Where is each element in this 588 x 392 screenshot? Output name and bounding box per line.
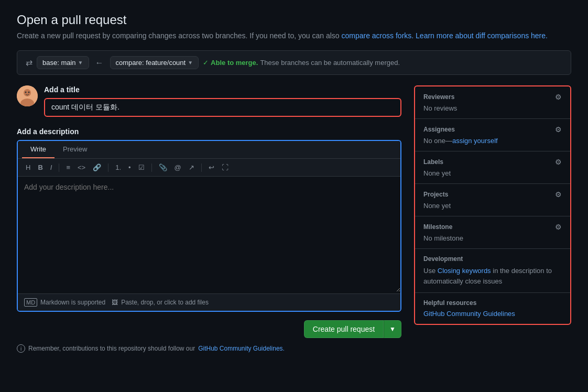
file-attach-label[interactable]: 🖼 Paste, drop, or click to add files: [112, 299, 209, 306]
swap-branches-button[interactable]: ←: [93, 58, 106, 68]
reviewers-value: No reviews: [423, 104, 562, 112]
helpful-guidelines-link[interactable]: GitHub Community Guidelines: [423, 310, 562, 318]
toolbar-mention[interactable]: @: [172, 162, 184, 173]
branch-bar: ⇄ base: main ▼ ← compare: feature/count …: [17, 50, 571, 75]
community-guidelines-link[interactable]: GitHub Community Guidelines.: [198, 345, 285, 352]
merge-status: ✓ Able to merge. These branches can be a…: [203, 59, 400, 67]
left-panel: Add a title Add a description Write Prev…: [17, 85, 401, 353]
toolbar-attach[interactable]: 📎: [156, 162, 170, 173]
projects-header: Projects ⚙: [423, 190, 562, 199]
toolbar-link[interactable]: 🔗: [90, 162, 104, 173]
toolbar-numbered-list[interactable]: 1.: [113, 162, 124, 173]
markdown-label: MD Markdown is supported: [24, 298, 105, 307]
assignees-value: No one—assign yourself: [423, 137, 562, 145]
reviewers-gear[interactable]: ⚙: [555, 93, 562, 101]
form-section: Add a title: [44, 85, 401, 117]
page-subtitle: Create a new pull request by comparing c…: [17, 31, 571, 40]
image-icon: 🖼: [112, 299, 118, 306]
assignees-section: Assignees ⚙ No one—assign yourself: [415, 119, 570, 151]
compare-branch-caret: ▼: [188, 60, 193, 66]
editor-footer: MD Markdown is supported 🖼 Paste, drop, …: [18, 293, 400, 311]
milestone-gear[interactable]: ⚙: [555, 223, 562, 231]
create-pull-request-dropdown[interactable]: ▼: [384, 320, 401, 338]
description-section: Add a description Write Preview H B I ≡ …: [17, 127, 401, 312]
toolbar-bold[interactable]: B: [35, 162, 45, 173]
toolbar-sep-4: [201, 164, 202, 172]
projects-value: None yet: [423, 202, 562, 210]
markdown-icon: MD: [24, 298, 37, 307]
projects-section: Projects ⚙ None yet: [415, 184, 570, 216]
add-desc-label: Add a description: [17, 127, 401, 136]
compare-forks-link[interactable]: compare across forks.: [341, 31, 413, 40]
base-branch-caret: ▼: [78, 60, 83, 66]
milestone-section: Milestone ⚙ No milestone: [415, 216, 570, 249]
avatar: [17, 85, 38, 106]
editor-tabs: Write Preview: [18, 141, 400, 159]
reviewers-label: Reviewers: [423, 93, 454, 101]
assignees-label: Assignees: [423, 126, 455, 133]
reviewers-header: Reviewers ⚙: [423, 93, 562, 101]
toolbar-bullet-list[interactable]: •: [126, 162, 134, 173]
milestone-value: No milestone: [423, 234, 562, 242]
diff-comparison-link[interactable]: Learn more about diff comparisons here.: [416, 31, 548, 40]
svg-point-4: [28, 92, 30, 93]
tab-preview[interactable]: Preview: [55, 141, 95, 158]
base-branch-button[interactable]: base: main ▼: [37, 56, 89, 69]
editor-toolbar: H B I ≡ <> 🔗 1. • ☑ 📎 @ ↗ ↩: [18, 159, 400, 177]
create-pull-request-button[interactable]: Create pull request: [304, 320, 384, 338]
milestone-header: Milestone ⚙: [423, 223, 562, 231]
assignees-header: Assignees ⚙: [423, 125, 562, 134]
info-icon: i: [17, 344, 25, 353]
helpful-section: Helpful resources GitHub Community Guide…: [415, 293, 570, 324]
add-title-label: Add a title: [44, 85, 401, 94]
labels-header: Labels ⚙: [423, 158, 562, 166]
labels-label: Labels: [423, 158, 443, 166]
labels-section: Labels ⚙ None yet: [415, 151, 570, 184]
page-title: Open a pull request: [17, 13, 571, 27]
editor-container: Write Preview H B I ≡ <> 🔗 1. • ☑: [17, 140, 401, 312]
toolbar-sep-2: [108, 164, 108, 172]
development-label: Development: [423, 255, 562, 263]
projects-gear[interactable]: ⚙: [555, 190, 562, 199]
notice: i Remember, contributions to this reposi…: [17, 344, 401, 353]
toolbar-code[interactable]: <>: [75, 162, 88, 173]
tab-write[interactable]: Write: [22, 141, 55, 158]
toolbar-undo[interactable]: ↩: [206, 162, 217, 173]
closing-keywords-link[interactable]: Closing keywords: [438, 267, 491, 275]
right-panel: Reviewers ⚙ No reviews Assignees ⚙ No on…: [414, 85, 571, 325]
reviewers-section: Reviewers ⚙ No reviews: [415, 86, 570, 119]
assignees-gear[interactable]: ⚙: [555, 125, 562, 134]
assign-yourself-link[interactable]: assign yourself: [452, 137, 498, 145]
labels-value: None yet: [423, 169, 562, 177]
toolbar-fullscreen[interactable]: ⛶: [219, 162, 231, 173]
title-input[interactable]: [44, 98, 401, 117]
development-section: Development Use Closing keywords in the …: [415, 249, 570, 293]
milestone-label: Milestone: [423, 223, 452, 231]
toolbar-sep-1: [59, 164, 59, 172]
toolbar-italic[interactable]: I: [48, 162, 55, 173]
projects-label: Projects: [423, 191, 448, 198]
toolbar-task-list[interactable]: ☑: [136, 162, 147, 173]
action-bar: Create pull request ▼: [17, 320, 401, 338]
labels-gear[interactable]: ⚙: [555, 158, 562, 166]
svg-point-3: [25, 92, 27, 93]
development-body: Use Closing keywords in the description …: [423, 266, 562, 286]
branch-icon: ⇄: [26, 58, 32, 68]
helpful-title: Helpful resources: [423, 299, 562, 307]
author-row: Add a title: [17, 85, 401, 117]
toolbar-heading[interactable]: H: [23, 162, 33, 173]
toolbar-sep-3: [151, 164, 152, 172]
checkmark-icon: ✓: [203, 59, 209, 67]
compare-branch-button[interactable]: compare: feature/count ▼: [110, 56, 199, 69]
description-textarea[interactable]: [18, 177, 400, 292]
toolbar-list[interactable]: ≡: [63, 162, 73, 173]
toolbar-reference[interactable]: ↗: [186, 162, 197, 173]
